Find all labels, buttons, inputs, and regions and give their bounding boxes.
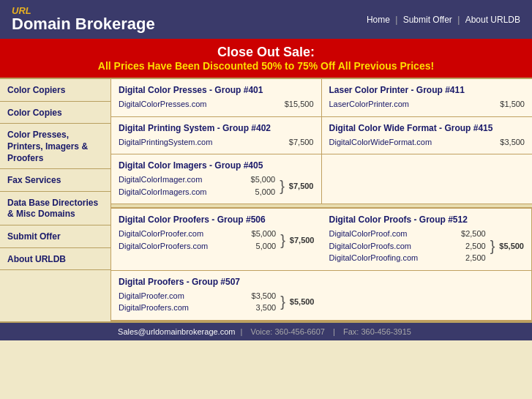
price-506-1: $5,000 xyxy=(249,228,276,240)
product-title-411: Laser Color Printer - Group #411 xyxy=(329,85,525,95)
product-title-405: Digital Color Imagers - Group #405 xyxy=(119,160,314,171)
product-title-402: Digital Printing System - Group #402 xyxy=(119,123,314,133)
footer-voice: Voice: 360-456-6607 xyxy=(250,327,325,336)
price-411: $1,500 xyxy=(500,98,525,111)
product-row-401: DigitalColorPresses.com $15,500 xyxy=(119,98,314,111)
main-area: Color Copiers Color Copies Color Presses… xyxy=(0,78,532,321)
bracket-group-506: DigitalColorProofer.com $5,000 DigitalCo… xyxy=(119,228,315,252)
domain-405-1[interactable]: DigitalColorImager.com xyxy=(119,174,202,186)
product-cell-empty-2 xyxy=(322,271,533,321)
bracket-items-405: DigitalColorImager.com $5,000 DigitalCol… xyxy=(119,174,275,198)
product-title-415: Digital Color Wide Format - Group #415 xyxy=(329,123,525,133)
bracket-total-506: $7,500 xyxy=(290,236,315,245)
product-cell-415: Digital Color Wide Format - Group #415 D… xyxy=(322,117,533,155)
product-row-415: DigitalColorWideFormat.com $3,500 xyxy=(329,136,525,149)
product-cell-405: Digital Color Imagers - Group #405 Digit… xyxy=(111,154,322,204)
product-title-506: Digital Color Proofers - Group #506 xyxy=(119,215,315,225)
bracket-total-405: $7,500 xyxy=(289,182,314,190)
product-cell-506: Digital Color Proofers - Group #506 Digi… xyxy=(111,209,322,271)
product-cell-401: Digital Color Presses - Group #401 Digit… xyxy=(111,79,322,117)
domain-401[interactable]: DigitalColorPresses.com xyxy=(119,98,206,111)
bracket-group-507: DigitalProofer.com $3,500 DigitalProofer… xyxy=(119,290,315,314)
domain-506-1[interactable]: DigitalColorProofer.com xyxy=(119,228,203,240)
domain-402[interactable]: DigitalPrintingSystem.com xyxy=(119,136,212,149)
domain-411[interactable]: LaserColorPrinter.com xyxy=(329,98,409,111)
price-415: $3,500 xyxy=(500,136,525,149)
bracket-items-507: DigitalProofer.com $3,500 DigitalProofer… xyxy=(119,290,276,314)
logo-domain-text: Domain Brokerage xyxy=(12,15,155,33)
sidebar-item-color-copiers[interactable]: Color Copiers xyxy=(0,79,110,102)
product-cell-411: Laser Color Printer - Group #411 LaserCo… xyxy=(322,79,533,117)
product-cell-402: Digital Printing System - Group #402 Dig… xyxy=(111,117,322,155)
product-title-401: Digital Color Presses - Group #401 xyxy=(119,85,314,95)
price-405-1: $5,000 xyxy=(248,174,275,186)
footer-email[interactable]: Sales@urldomainbrokerage.com xyxy=(118,327,235,336)
nav-separator-1: | xyxy=(395,15,400,25)
price-405-2: 5,000 xyxy=(253,186,276,198)
footer-separator-1: | xyxy=(241,327,245,336)
domain-405-2[interactable]: DigitalColorImagers.com xyxy=(119,186,206,198)
nav-submit-offer[interactable]: Submit Offer xyxy=(403,15,452,25)
bracket-symbol-512: } xyxy=(490,239,495,253)
nav-about[interactable]: About URLDB xyxy=(465,15,520,25)
bracket-group-405: DigitalColorImager.com $5,000 DigitalCol… xyxy=(119,174,314,198)
bracket-total-507: $5,500 xyxy=(290,297,315,306)
footer: Sales@urldomainbrokerage.com | Voice: 36… xyxy=(0,321,532,340)
footer-fax: Fax: 360-456-3915 xyxy=(343,327,411,336)
domain-506-2[interactable]: DigitalColorProofers.com xyxy=(119,240,208,253)
bracket-symbol-405: } xyxy=(280,179,285,193)
product-title-512: Digital Color Proofs - Group #512 xyxy=(329,215,525,225)
product-cell-empty-1 xyxy=(322,154,533,204)
banner-subtitle: All Prices Have Been Discounted 50% to 7… xyxy=(7,60,525,72)
bracket-line-512-1: DigitalColorProof.com $2,500 xyxy=(329,228,486,240)
domain-512-1[interactable]: DigitalColorProof.com xyxy=(329,228,408,240)
domain-512-2[interactable]: DigitalColorProofs.com xyxy=(329,240,411,253)
bracket-items-506: DigitalColorProofer.com $5,000 DigitalCo… xyxy=(119,228,276,252)
product-row-402: DigitalPrintingSystem.com $7,500 xyxy=(119,136,314,149)
banner-title: Close Out Sale: xyxy=(7,45,525,60)
bracket-symbol-507: } xyxy=(280,294,285,309)
sidebar-item-color-presses[interactable]: Color Presses, Printers, Imagers & Proof… xyxy=(0,124,110,169)
bracket-symbol-506: } xyxy=(280,233,285,247)
product-cell-512: Digital Color Proofs - Group #512 Digita… xyxy=(322,209,533,271)
header: URL Domain Brokerage Home | Submit Offer… xyxy=(0,0,532,39)
logo-area: URL Domain Brokerage xyxy=(12,6,155,33)
domain-507-1[interactable]: DigitalProofer.com xyxy=(119,290,184,302)
domain-507-2[interactable]: DigitalProofers.com xyxy=(119,302,189,314)
bracket-line-405-1: DigitalColorImager.com $5,000 xyxy=(119,174,275,186)
price-401: $15,500 xyxy=(285,98,314,111)
price-512-1: $2,500 xyxy=(459,228,486,240)
sidebar-item-submit-offer[interactable]: Submit Offer xyxy=(0,225,110,248)
nav-separator-2: | xyxy=(457,15,462,25)
product-cell-507: Digital Proofers - Group #507 DigitalPro… xyxy=(111,271,322,321)
domain-415[interactable]: DigitalColorWideFormat.com xyxy=(329,136,432,149)
nav-links: Home | Submit Offer | About URLDB xyxy=(367,15,520,25)
product-row-411: LaserColorPrinter.com $1,500 xyxy=(329,98,525,111)
sidebar-item-database[interactable]: Data Base Directories & Misc Domains xyxy=(0,192,110,225)
sidebar-item-about[interactable]: About URLDB xyxy=(0,248,110,271)
domain-512-3[interactable]: DigitalColorProofing.com xyxy=(329,252,419,264)
bracket-line-507-1: DigitalProofer.com $3,500 xyxy=(119,290,276,302)
banner: Close Out Sale: All Prices Have Been Dis… xyxy=(0,39,532,78)
bracket-group-512: DigitalColorProof.com $2,500 DigitalColo… xyxy=(329,228,525,264)
bracket-line-506-1: DigitalColorProofer.com $5,000 xyxy=(119,228,276,240)
product-title-507: Digital Proofers - Group #507 xyxy=(119,277,315,287)
sidebar-item-fax-services[interactable]: Fax Services xyxy=(0,169,110,192)
product-grid: Digital Color Presses - Group #401 Digit… xyxy=(111,79,532,321)
bracket-line-507-2: DigitalProofers.com 3,500 xyxy=(119,302,276,314)
price-402: $7,500 xyxy=(289,136,314,149)
bracket-line-512-3: DigitalColorProofing.com 2,500 xyxy=(329,252,486,264)
sidebar: Color Copiers Color Copies Color Presses… xyxy=(0,79,111,321)
bracket-line-405-2: DigitalColorImagers.com 5,000 xyxy=(119,186,275,198)
sidebar-item-color-copies[interactable]: Color Copies xyxy=(0,102,110,124)
bracket-line-512-2: DigitalColorProofs.com 2,500 xyxy=(329,240,486,253)
bracket-items-512: DigitalColorProof.com $2,500 DigitalColo… xyxy=(329,228,486,264)
bracket-line-506-2: DigitalColorProofers.com 5,000 xyxy=(119,240,276,253)
bracket-total-512: $5,500 xyxy=(499,242,524,250)
price-507-1: $3,500 xyxy=(249,290,276,302)
nav-home[interactable]: Home xyxy=(367,15,390,25)
price-506-2: 5,000 xyxy=(254,240,277,253)
price-507-2: 3,500 xyxy=(254,302,277,314)
price-512-2: 2,500 xyxy=(463,240,486,253)
price-512-3: 2,500 xyxy=(463,252,486,264)
